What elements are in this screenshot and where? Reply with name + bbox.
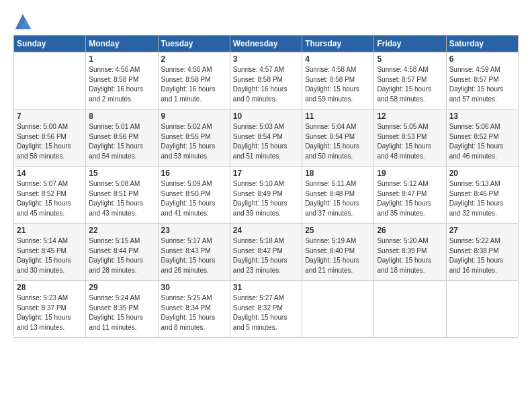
day-number: 23 <box>161 226 227 235</box>
day-number: 2 <box>161 54 227 64</box>
calendar-cell: 21 Sunrise: 5:14 AM Sunset: 8:45 PM Dayl… <box>14 224 86 281</box>
day-info: Sunrise: 5:02 AM Sunset: 8:55 PM Dayligh… <box>161 122 227 161</box>
calendar-cell: 28 Sunrise: 5:23 AM Sunset: 8:37 PM Dayl… <box>14 281 86 338</box>
daylight: Daylight: 15 hours and 35 minutes. <box>377 199 443 218</box>
sunset: Sunset: 8:43 PM <box>161 246 227 257</box>
calendar-cell: 18 Sunrise: 5:11 AM Sunset: 8:48 PM Dayl… <box>302 167 374 224</box>
sunset: Sunset: 8:56 PM <box>89 132 154 142</box>
sunrise: Sunrise: 5:14 AM <box>17 236 83 246</box>
sunrise: Sunrise: 4:58 AM <box>377 65 443 75</box>
logo-icon <box>13 12 32 31</box>
sunrise: Sunrise: 5:24 AM <box>89 293 154 304</box>
daylight: Daylight: 15 hours and 28 minutes. <box>89 256 154 275</box>
weekday-header-thursday: Thursday <box>302 36 374 52</box>
calendar-cell: 1 Sunrise: 4:56 AM Sunset: 8:58 PM Dayli… <box>86 52 158 109</box>
calendar-cell: 22 Sunrise: 5:15 AM Sunset: 8:44 PM Dayl… <box>86 224 158 281</box>
day-number: 11 <box>305 111 371 121</box>
day-number: 26 <box>377 226 443 235</box>
sunrise: Sunrise: 5:25 AM <box>161 293 227 304</box>
day-info: Sunrise: 5:15 AM Sunset: 8:44 PM Dayligh… <box>89 236 154 275</box>
day-info: Sunrise: 5:13 AM Sunset: 8:46 PM Dayligh… <box>449 179 515 218</box>
sunset: Sunset: 8:49 PM <box>233 189 299 199</box>
day-number: 25 <box>305 226 371 235</box>
calendar-cell: 25 Sunrise: 5:19 AM Sunset: 8:40 PM Dayl… <box>302 224 374 281</box>
daylight: Daylight: 15 hours and 53 minutes. <box>161 142 227 161</box>
daylight: Daylight: 15 hours and 16 minutes. <box>449 256 515 275</box>
calendar-cell: 29 Sunrise: 5:24 AM Sunset: 8:35 PM Dayl… <box>86 281 158 338</box>
day-number: 13 <box>449 111 515 121</box>
day-number: 1 <box>89 54 154 64</box>
day-info: Sunrise: 4:58 AM Sunset: 8:58 PM Dayligh… <box>305 65 371 104</box>
calendar-cell: 2 Sunrise: 4:56 AM Sunset: 8:58 PM Dayli… <box>158 52 230 109</box>
calendar-cell: 26 Sunrise: 5:20 AM Sunset: 8:39 PM Dayl… <box>374 224 446 281</box>
sunset: Sunset: 8:42 PM <box>233 246 299 257</box>
daylight: Daylight: 15 hours and 23 minutes. <box>233 256 299 275</box>
day-number: 20 <box>449 169 515 178</box>
sunset: Sunset: 8:52 PM <box>449 132 515 142</box>
day-number: 31 <box>233 283 299 292</box>
calendar-cell: 15 Sunrise: 5:08 AM Sunset: 8:51 PM Dayl… <box>86 167 158 224</box>
day-info: Sunrise: 4:56 AM Sunset: 8:58 PM Dayligh… <box>161 65 227 104</box>
logo <box>13 12 35 31</box>
sunrise: Sunrise: 5:08 AM <box>89 179 154 189</box>
calendar-cell: 14 Sunrise: 5:07 AM Sunset: 8:52 PM Dayl… <box>14 167 86 224</box>
calendar-cell: 7 Sunrise: 5:00 AM Sunset: 8:56 PM Dayli… <box>14 109 86 167</box>
day-number: 24 <box>233 226 299 235</box>
calendar-cell: 13 Sunrise: 5:06 AM Sunset: 8:52 PM Dayl… <box>446 109 518 167</box>
day-info: Sunrise: 5:14 AM Sunset: 8:45 PM Dayligh… <box>17 236 83 275</box>
weekday-header-friday: Friday <box>374 36 446 52</box>
sunset: Sunset: 8:50 PM <box>161 189 227 199</box>
day-number: 18 <box>305 169 371 178</box>
weekday-header-sunday: Sunday <box>14 36 86 52</box>
sunset: Sunset: 8:57 PM <box>449 75 515 85</box>
daylight: Daylight: 15 hours and 51 minutes. <box>233 142 299 161</box>
day-number: 29 <box>89 283 154 292</box>
daylight: Daylight: 15 hours and 39 minutes. <box>233 199 299 218</box>
day-info: Sunrise: 4:58 AM Sunset: 8:57 PM Dayligh… <box>377 65 443 104</box>
sunrise: Sunrise: 4:58 AM <box>305 65 371 75</box>
calendar-cell <box>374 281 446 338</box>
sunset: Sunset: 8:32 PM <box>233 304 299 314</box>
sunrise: Sunrise: 5:19 AM <box>305 236 371 246</box>
sunrise: Sunrise: 5:11 AM <box>305 179 371 189</box>
sunrise: Sunrise: 5:27 AM <box>233 293 299 304</box>
day-info: Sunrise: 5:24 AM Sunset: 8:35 PM Dayligh… <box>89 293 154 332</box>
sunset: Sunset: 8:53 PM <box>377 132 443 142</box>
day-number: 7 <box>17 111 83 121</box>
day-info: Sunrise: 5:05 AM Sunset: 8:53 PM Dayligh… <box>377 122 443 161</box>
daylight: Daylight: 15 hours and 21 minutes. <box>305 256 371 275</box>
day-number: 27 <box>449 226 515 235</box>
daylight: Daylight: 15 hours and 58 minutes. <box>377 85 443 104</box>
daylight: Daylight: 15 hours and 43 minutes. <box>89 199 154 218</box>
sunrise: Sunrise: 5:17 AM <box>161 236 227 246</box>
sunset: Sunset: 8:48 PM <box>305 189 371 199</box>
sunset: Sunset: 8:56 PM <box>17 132 83 142</box>
calendar-cell <box>446 281 518 338</box>
daylight: Daylight: 16 hours and 2 minutes. <box>89 85 154 104</box>
sunrise: Sunrise: 5:10 AM <box>233 179 299 189</box>
calendar-cell: 11 Sunrise: 5:04 AM Sunset: 8:54 PM Dayl… <box>302 109 374 167</box>
sunset: Sunset: 8:35 PM <box>89 304 154 314</box>
daylight: Daylight: 15 hours and 57 minutes. <box>449 85 515 104</box>
daylight: Daylight: 15 hours and 41 minutes. <box>161 199 227 218</box>
calendar-cell: 23 Sunrise: 5:17 AM Sunset: 8:43 PM Dayl… <box>158 224 230 281</box>
daylight: Daylight: 15 hours and 26 minutes. <box>161 256 227 275</box>
day-info: Sunrise: 5:11 AM Sunset: 8:48 PM Dayligh… <box>305 179 371 218</box>
day-number: 16 <box>161 169 227 178</box>
sunset: Sunset: 8:38 PM <box>449 246 515 257</box>
sunset: Sunset: 8:52 PM <box>17 189 83 199</box>
day-number: 12 <box>377 111 443 121</box>
daylight: Daylight: 15 hours and 48 minutes. <box>377 142 443 161</box>
weekday-header-wednesday: Wednesday <box>230 36 302 52</box>
day-info: Sunrise: 4:59 AM Sunset: 8:57 PM Dayligh… <box>449 65 515 104</box>
daylight: Daylight: 15 hours and 37 minutes. <box>305 199 371 218</box>
sunrise: Sunrise: 5:18 AM <box>233 236 299 246</box>
calendar-cell: 17 Sunrise: 5:10 AM Sunset: 8:49 PM Dayl… <box>230 167 302 224</box>
daylight: Daylight: 16 hours and 1 minute. <box>161 85 227 104</box>
calendar-cell: 3 Sunrise: 4:57 AM Sunset: 8:58 PM Dayli… <box>230 52 302 109</box>
calendar-cell: 20 Sunrise: 5:13 AM Sunset: 8:46 PM Dayl… <box>446 167 518 224</box>
sunset: Sunset: 8:40 PM <box>305 246 371 257</box>
daylight: Daylight: 15 hours and 30 minutes. <box>17 256 83 275</box>
page: SundayMondayTuesdayWednesdayThursdayFrid… <box>0 0 532 411</box>
calendar-cell: 4 Sunrise: 4:58 AM Sunset: 8:58 PM Dayli… <box>302 52 374 109</box>
